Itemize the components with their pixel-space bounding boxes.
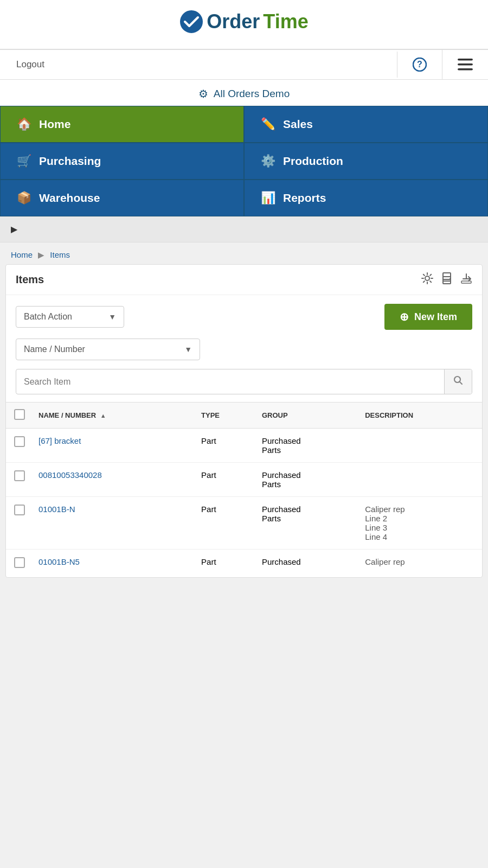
table-row: 01001B-NPartPurchased PartsCaliper rep L… xyxy=(6,497,482,550)
batch-action-dropdown[interactable]: Batch Action ▼ xyxy=(16,306,124,328)
content-area: Items xyxy=(5,264,483,578)
items-title: Items xyxy=(16,273,421,286)
purchasing-icon: 🛒 xyxy=(17,154,31,168)
nav-item-purchasing[interactable]: 🛒 Purchasing xyxy=(0,143,244,180)
item-name-link[interactable]: [67] bracket xyxy=(38,436,81,445)
company-name: All Orders Demo xyxy=(214,88,290,100)
nav-label-home: Home xyxy=(39,118,70,131)
export-button[interactable] xyxy=(460,272,472,287)
settings-button[interactable] xyxy=(421,272,433,287)
svg-rect-10 xyxy=(461,281,471,283)
item-group: Purchased Parts xyxy=(256,463,359,497)
item-description: Caliper rep xyxy=(359,550,482,578)
settings-gear-icon: ⚙ xyxy=(198,87,208,100)
header-icons xyxy=(421,272,472,287)
filter-label: Name / Number xyxy=(24,344,85,354)
nav-label-reports: Reports xyxy=(283,192,326,205)
item-type: Part xyxy=(196,463,256,497)
nav-item-warehouse[interactable]: 📦 Warehouse xyxy=(0,180,244,216)
new-item-label: New Item xyxy=(414,311,457,323)
print-button[interactable] xyxy=(441,272,453,287)
sales-icon: ✏️ xyxy=(261,117,275,131)
plus-circle-icon: ⊕ xyxy=(400,310,409,323)
top-header: OrderTime xyxy=(0,0,488,49)
svg-rect-5 xyxy=(458,68,473,71)
production-icon: ⚙️ xyxy=(261,154,275,168)
col-name-label: NAME / NUMBER xyxy=(38,411,96,419)
item-name-link[interactable]: 00810053340028 xyxy=(38,470,102,480)
row-checkbox[interactable] xyxy=(14,470,25,481)
item-name-link[interactable]: 01001B-N xyxy=(38,505,75,514)
settings-row: ⚙ All Orders Demo xyxy=(0,80,488,106)
filter-chevron-icon: ▼ xyxy=(184,345,192,354)
search-icon xyxy=(453,375,463,385)
svg-rect-7 xyxy=(443,273,451,277)
gear-icon xyxy=(421,272,433,284)
new-item-button[interactable]: ⊕ New Item xyxy=(384,304,472,330)
sidebar-toggle[interactable]: ▶ xyxy=(0,216,488,242)
breadcrumb-home[interactable]: Home xyxy=(11,250,33,259)
main-nav-grid: 🏠 Home ✏️ Sales 🛒 Purchasing ⚙️ Producti… xyxy=(0,106,488,216)
help-button[interactable]: ? xyxy=(397,50,442,79)
item-type: Part xyxy=(196,429,256,463)
row-checkbox[interactable] xyxy=(14,436,25,447)
nav-label-sales: Sales xyxy=(283,118,313,131)
search-input[interactable] xyxy=(16,371,444,393)
col-name-number[interactable]: NAME / NUMBER ▲ xyxy=(33,403,196,429)
item-group: Purchased Parts xyxy=(256,497,359,550)
breadcrumb-separator: ▶ xyxy=(38,250,44,259)
item-name-link[interactable]: 01001B-N5 xyxy=(38,557,80,566)
name-number-dropdown[interactable]: Name / Number ▼ xyxy=(16,339,200,360)
nav-item-home[interactable]: 🏠 Home xyxy=(0,106,244,143)
item-description xyxy=(359,463,482,497)
nav-item-sales[interactable]: ✏️ Sales xyxy=(244,106,488,143)
filter-row: Name / Number ▼ xyxy=(6,335,482,366)
logout-button[interactable]: Logout xyxy=(0,52,397,78)
nav-label-warehouse: Warehouse xyxy=(39,192,100,205)
items-table: NAME / NUMBER ▲ TYPE GROUP DESCRIPTION [… xyxy=(6,402,482,577)
items-header: Items xyxy=(6,265,482,295)
item-type: Part xyxy=(196,497,256,550)
reports-icon: 📊 xyxy=(261,191,275,205)
warehouse-icon: 📦 xyxy=(17,191,31,205)
item-type: Part xyxy=(196,550,256,578)
batch-action-label: Batch Action xyxy=(24,312,72,322)
item-description: Caliper rep Line 2 Line 3 Line 4 xyxy=(359,497,482,550)
sort-asc-icon: ▲ xyxy=(100,412,106,419)
svg-point-9 xyxy=(450,278,451,279)
svg-line-12 xyxy=(460,382,463,385)
col-description[interactable]: DESCRIPTION xyxy=(359,403,482,429)
nav-bar: Logout ? xyxy=(0,49,488,80)
logo-icon xyxy=(179,10,203,34)
table-row: [67] bracketPartPurchased Parts xyxy=(6,429,482,463)
export-icon xyxy=(460,272,472,284)
svg-rect-4 xyxy=(458,63,473,66)
search-button[interactable] xyxy=(444,369,472,394)
toolbar: Batch Action ▼ ⊕ New Item xyxy=(6,295,482,335)
col-group[interactable]: GROUP xyxy=(256,403,359,429)
nav-item-production[interactable]: ⚙️ Production xyxy=(244,143,488,180)
select-all-checkbox[interactable] xyxy=(14,409,25,420)
col-type[interactable]: TYPE xyxy=(196,403,256,429)
svg-text:?: ? xyxy=(417,60,422,69)
row-checkbox[interactable] xyxy=(14,505,25,515)
item-group: Purchased Parts xyxy=(256,429,359,463)
help-icon: ? xyxy=(413,58,427,72)
dropdown-chevron-icon: ▼ xyxy=(108,312,116,321)
table-row: 01001B-N5PartPurchasedCaliper rep xyxy=(6,550,482,578)
hamburger-icon xyxy=(458,59,473,71)
nav-item-reports[interactable]: 📊 Reports xyxy=(244,180,488,216)
table-header-row: NAME / NUMBER ▲ TYPE GROUP DESCRIPTION xyxy=(6,403,482,429)
nav-label-purchasing: Purchasing xyxy=(39,155,101,168)
svg-point-6 xyxy=(425,276,429,280)
hamburger-button[interactable] xyxy=(442,51,488,78)
logo-text-time: Time xyxy=(263,10,308,33)
nav-label-production: Production xyxy=(283,155,343,168)
item-group: Purchased xyxy=(256,550,359,578)
svg-rect-3 xyxy=(458,59,473,61)
row-checkbox[interactable] xyxy=(14,557,25,568)
logo-area: OrderTime xyxy=(0,10,488,34)
table-row: 00810053340028PartPurchased Parts xyxy=(6,463,482,497)
home-icon: 🏠 xyxy=(17,117,31,131)
item-description xyxy=(359,429,482,463)
